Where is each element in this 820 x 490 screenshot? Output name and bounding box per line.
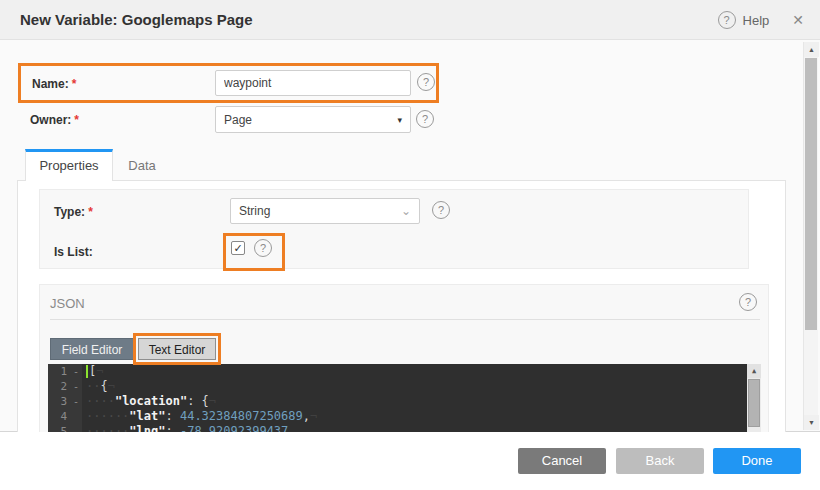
text-editor-highlight <box>133 333 221 365</box>
back-button[interactable]: Back <box>616 448 704 474</box>
scroll-up-icon[interactable]: ▲ <box>804 42 819 57</box>
json-help-icon[interactable]: ? <box>739 293 757 311</box>
name-row-highlight: Name:* ? <box>18 63 439 103</box>
owner-selected-value: Page <box>224 113 252 127</box>
json-section-panel: JSON ? Field Editor Text Editor 1-[¬2-··… <box>39 284 769 433</box>
editor-scrollbar-thumb[interactable] <box>748 379 760 427</box>
done-button[interactable]: Done <box>713 448 801 474</box>
dialog-header: New Variable: Googlemaps Page ? Help ✕ <box>0 0 820 40</box>
owner-help-icon[interactable]: ? <box>416 110 434 128</box>
is-list-highlight <box>223 233 285 271</box>
json-section-title: JSON <box>50 296 85 311</box>
dialog-footer: Cancel Back Done <box>0 432 820 490</box>
scroll-up-icon[interactable]: ▲ <box>747 364 761 378</box>
cancel-button[interactable]: Cancel <box>518 448 606 474</box>
code-line: 2-··{¬ <box>48 379 761 394</box>
json-code-editor[interactable]: 1-[¬2-··{¬3-····"location": {¬4······"la… <box>48 364 761 434</box>
required-asterisk: * <box>74 113 79 127</box>
editor-scrollbar[interactable]: ▲ <box>747 364 761 434</box>
required-asterisk: * <box>88 205 93 219</box>
type-help-icon[interactable]: ? <box>432 201 450 219</box>
name-help-icon[interactable]: ? <box>417 73 435 91</box>
code-line: 1-[¬ <box>48 364 761 379</box>
properties-tab-panel: Type:* String ⌄ ? Is List: ✓ ? JSON ? Fi… <box>17 180 786 432</box>
help-icon[interactable]: ? <box>718 11 736 29</box>
owner-select[interactable]: Page ▾ <box>215 106 411 133</box>
scroll-down-icon[interactable]: ▼ <box>804 415 819 430</box>
field-editor-button[interactable]: Field Editor <box>50 338 134 360</box>
type-label: Type:* <box>54 205 93 219</box>
dialog-content: Name:* ? Owner:* Page ▾ ? Properties Dat… <box>0 40 820 432</box>
is-list-label: Is List: <box>54 245 93 259</box>
dialog-title: New Variable: Googlemaps Page <box>20 0 253 40</box>
chevron-down-icon: ⌄ <box>401 204 411 218</box>
owner-label: Owner:* <box>30 113 79 127</box>
help-link[interactable]: Help <box>743 13 770 28</box>
new-variable-dialog: New Variable: Googlemaps Page ? Help ✕ N… <box>0 0 820 490</box>
name-label: Name:* <box>32 77 76 91</box>
type-select[interactable]: String ⌄ <box>230 198 420 224</box>
dropdown-arrow-icon: ▾ <box>397 115 402 125</box>
required-asterisk: * <box>72 77 77 91</box>
code-line: 4······"lat": 44.32384807250689,¬ <box>48 409 761 424</box>
json-divider <box>50 319 760 320</box>
editor-lines: 1-[¬2-··{¬3-····"location": {¬4······"la… <box>48 364 761 434</box>
type-group-panel: Type:* String ⌄ ? Is List: ✓ ? <box>39 189 749 269</box>
type-selected-value: String <box>239 204 270 218</box>
dialog-scrollbar-thumb[interactable] <box>805 58 817 330</box>
close-icon[interactable]: ✕ <box>788 12 808 28</box>
name-input[interactable] <box>215 70 411 96</box>
dialog-scrollbar[interactable]: ▲ ▼ <box>803 42 818 430</box>
tab-data[interactable]: Data <box>113 152 171 180</box>
code-line: 3-····"location": {¬ <box>48 394 761 409</box>
tab-properties[interactable]: Properties <box>25 149 113 181</box>
editor-cursor <box>86 365 88 378</box>
